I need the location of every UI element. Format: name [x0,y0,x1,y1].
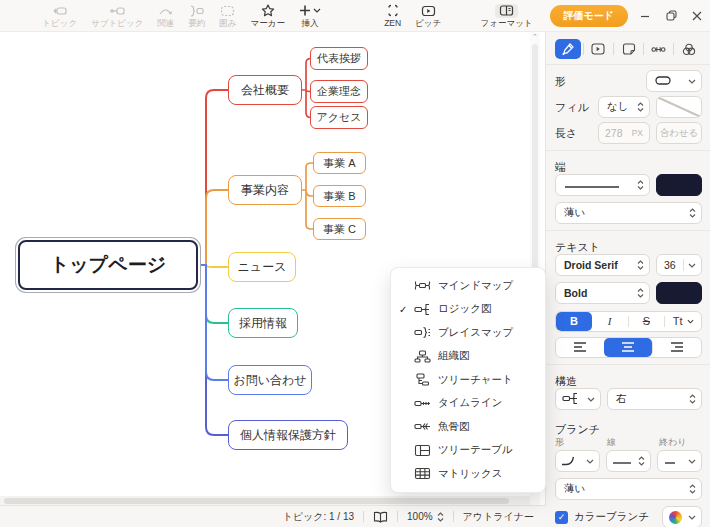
rounded-rect-icon [655,75,671,87]
menu-item-org-chart[interactable]: 組織図 [391,345,545,369]
marker-button[interactable]: マーカー [244,1,292,31]
topic-node[interactable]: ニュース [228,252,296,282]
book-icon[interactable] [373,511,388,523]
stepper-icon [689,208,701,218]
restore-button[interactable] [658,3,684,29]
curve-line-icon [561,455,576,468]
edge-color-swatch[interactable] [656,174,702,196]
timeline-icon [414,397,438,410]
edge-weight-select[interactable]: 薄い [555,202,702,224]
font-weight-select[interactable]: Bold [555,282,650,304]
topic-button[interactable]: トピック [35,1,84,31]
align-center-button[interactable] [604,338,652,357]
font-color-swatch[interactable] [656,282,702,304]
topic-node[interactable]: 会社概要 [228,75,302,105]
topic-node[interactable]: 事業 A [313,152,366,174]
font-family-select[interactable]: Droid Serif [555,254,650,276]
pitch-button[interactable]: ピッチ [408,1,448,31]
menu-item-tree-table[interactable]: ツリーテーブル [391,439,545,463]
stepper-icon [637,102,649,112]
fishbone-icon [414,420,438,433]
menu-item-tree-chart[interactable]: ツリーチャート [391,368,545,392]
structure-type-select[interactable] [555,388,601,410]
branch-line-style-select[interactable] [606,450,651,472]
divider [453,511,454,522]
edge-line-row [555,174,702,196]
insert-button[interactable]: 挿入 [292,1,328,31]
text-case-button[interactable]: Tt [665,312,701,331]
zen-button[interactable]: ZEN [377,1,408,31]
branch-color-select[interactable] [662,506,702,527]
statusbar: トピック: 1 / 13 100% アウトライナー [0,505,546,527]
structure-direction-select[interactable]: 右 [607,388,702,410]
strikethrough-button[interactable]: S [629,312,665,331]
zoom-level: 100% [407,511,433,522]
menu-item-brace-map[interactable]: ブレイスマップ [391,321,545,345]
topic-node[interactable]: 事業 B [313,185,366,207]
relation-button[interactable]: 関連 [150,1,181,31]
tab-shortcut[interactable] [646,39,672,59]
play-icon [421,4,436,18]
font-size-select[interactable]: 36 [656,254,702,276]
edge-line-style-select[interactable] [555,174,650,196]
fill-row: フィル なし [555,96,702,118]
topic-node[interactable]: 代表挨拶 [310,47,368,70]
align-right-button[interactable] [653,338,701,357]
chevron-down-icon [687,319,694,324]
tab-theme[interactable] [676,39,702,59]
italic-button[interactable]: I [592,312,628,331]
format-button[interactable]: フォーマット [474,1,540,31]
topic-node[interactable]: 企業理念 [310,80,368,103]
fill-color-swatch[interactable] [656,96,702,118]
zen-icon [386,4,400,18]
boundary-button[interactable]: 囲み [212,1,243,31]
stepper-icon [689,394,701,404]
align-left-button[interactable] [556,338,604,357]
tab-animation[interactable] [585,39,611,59]
menu-item-fishbone[interactable]: 魚骨図 [391,415,545,439]
stepper-icon [637,260,649,270]
subtopic-button[interactable]: サブトピック [84,1,150,31]
branch-controls-row [555,450,702,472]
edge-weight-row: 薄い [555,202,702,224]
fill-select[interactable]: なし [598,96,650,118]
evaluation-mode-button[interactable]: 評価モード [550,5,628,27]
topic-node[interactable]: お問い合わせ [228,365,312,395]
color-branch-row: ✓ カラーブランチ [555,506,702,527]
summary-icon [189,4,204,18]
close-button[interactable] [684,3,710,29]
branch-end-select[interactable] [657,450,702,472]
topic-node[interactable]: 採用情報 [228,308,298,338]
central-topic-node[interactable]: トップページ [18,240,198,290]
font-row: Droid Serif 36 [555,254,702,276]
fit-button[interactable]: 合わせる [656,122,702,144]
topic-node[interactable]: 個人情報保護方針 [228,420,348,450]
outliner-button[interactable]: アウトライナー [463,510,534,524]
menu-item-logic-chart[interactable]: ✓ ロジック図 [391,298,545,322]
scroll-up-icon[interactable]: ⌃ [530,32,540,42]
bold-button[interactable]: B [556,312,592,331]
horizontal-scrollbar-thumb[interactable] [4,498,509,504]
menu-item-timeline[interactable]: タイムライン [391,392,545,416]
menu-item-mindmap[interactable]: マインドマップ [391,274,545,298]
topic-node[interactable]: 事業 C [313,218,366,240]
length-input[interactable]: 278 PX [598,122,650,144]
tab-note[interactable] [616,39,642,59]
color-branch-checkbox[interactable]: ✓ [555,511,568,524]
shape-select[interactable] [646,70,702,92]
window-controls [632,3,710,29]
branch-shape-select[interactable] [555,450,600,472]
horizontal-scrollbar[interactable] [0,496,530,505]
tree-chart-icon [414,373,438,386]
summary-button[interactable]: 要約 [181,1,212,31]
branch-weight-select[interactable]: 薄い [555,478,702,500]
topic-node[interactable]: アクセス [310,106,368,129]
line-solid-icon [612,455,632,467]
tab-style[interactable] [555,39,581,59]
topic-node[interactable]: 事業内容 [228,175,302,205]
menu-item-matrix[interactable]: マトリックス [391,462,545,486]
zoom-control[interactable]: 100% [407,511,444,522]
chevron-down-icon [587,397,600,402]
minimize-button[interactable] [632,3,658,29]
matrix-icon [414,467,438,480]
